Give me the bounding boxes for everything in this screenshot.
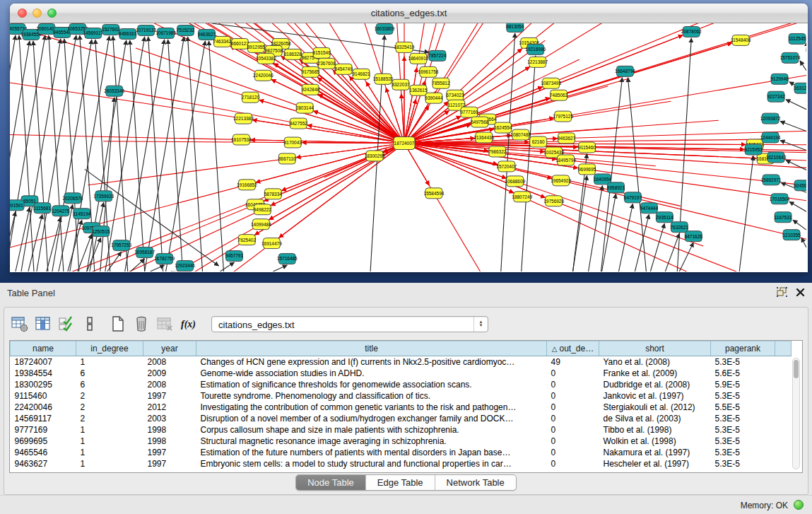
graph-node[interactable]: 16914479: [261, 238, 282, 249]
graph-node[interactable]: 18495794: [555, 155, 576, 165]
table-cell[interactable]: 1: [76, 424, 143, 436]
graph-node[interactable]: 9129946: [770, 74, 789, 84]
column-header-year[interactable]: year: [143, 341, 196, 356]
table-cell[interactable]: Tourette syndrome. Phenomenology and cla…: [196, 390, 547, 402]
table-cell[interactable]: 5.3E-5: [711, 447, 775, 458]
graph-node[interactable]: 19218986: [525, 44, 546, 54]
graph-node[interactable]: 2718120: [242, 92, 260, 103]
graph-node[interactable]: 8427552: [290, 118, 308, 129]
graph-node[interactable]: 8151546: [313, 47, 331, 58]
table-cell[interactable]: 9465546: [11, 447, 76, 458]
hub-graph-node[interactable]: 18724007: [394, 137, 415, 150]
table-cell[interactable]: Corpus callosum shape and size in male p…: [196, 424, 547, 436]
memory-ok-indicator[interactable]: [794, 500, 804, 510]
graph-node[interactable]: 7485063: [550, 90, 568, 100]
table-cell[interactable]: 2: [76, 390, 143, 402]
table-row[interactable]: 1938455462009Genome-wide association stu…: [11, 368, 792, 379]
graph-node[interactable]: 18300295: [365, 151, 385, 161]
graph-node[interactable]: 22420046: [253, 70, 273, 81]
column-header-out_de[interactable]: △out_de…: [547, 341, 599, 356]
graph-node[interactable]: 12444194: [760, 132, 781, 143]
table-row[interactable]: 946362711997Embryonic stem cells: a mode…: [11, 458, 792, 469]
table-cell[interactable]: 19384554: [11, 368, 76, 379]
table-cell[interactable]: 0: [547, 390, 599, 402]
graph-node[interactable]: 9463627: [558, 133, 576, 144]
table-cell[interactable]: 0: [547, 368, 599, 379]
table-cell[interactable]: Tibbo et al. (1998): [599, 424, 711, 436]
table-cell[interactable]: Disruption of a novel member of a sodium…: [196, 413, 547, 424]
graph-node[interactable]: 19654923: [551, 175, 571, 186]
table-cell[interactable]: 0: [547, 379, 599, 390]
table-cell[interactable]: 0: [547, 424, 599, 436]
table-cell[interactable]: 5.3E-5: [711, 424, 775, 436]
graph-node[interactable]: 6497568: [471, 117, 489, 127]
table-cell[interactable]: 5.3E-5: [711, 390, 775, 402]
table-cell[interactable]: Genome-wide association studies in ADHD.: [196, 368, 547, 379]
table-cell[interactable]: 2009: [143, 368, 196, 379]
table-cell[interactable]: 1998: [143, 424, 196, 436]
table-cell[interactable]: 9463627: [11, 458, 76, 469]
graph-node[interactable]: 17359928: [93, 191, 114, 201]
graph-node[interactable]: 10671985: [155, 28, 176, 38]
graph-node[interactable]: 8958921: [607, 182, 625, 193]
graph-node[interactable]: 12923446: [175, 261, 195, 271]
table-cell[interactable]: 2008: [143, 379, 196, 390]
table-cell[interactable]: Stergiakouli et al. (2012): [599, 402, 711, 413]
graph-node[interactable]: 1624554: [494, 122, 512, 133]
graph-node[interactable]: 1115681: [34, 203, 52, 214]
graph-node[interactable]: 9463627: [198, 29, 216, 40]
table-cell[interactable]: 1: [76, 458, 143, 469]
graph-node[interactable]: 14099484: [251, 219, 271, 230]
table-cell[interactable]: 18724007: [11, 356, 76, 368]
graph-node[interactable]: 9498222: [254, 204, 272, 215]
graph-node[interactable]: 16210643: [766, 152, 787, 163]
graph-node[interactable]: 7625402: [238, 235, 257, 245]
graph-node[interactable]: 8170043: [284, 137, 302, 148]
graph-node[interactable]: 17975125: [553, 111, 573, 122]
table-cell[interactable]: Jankovic et al. (1997): [599, 390, 711, 402]
table-row[interactable]: 2242004622012Investigating the contribut…: [11, 402, 792, 413]
table-row[interactable]: 1456911722003Disruption of a novel membe…: [11, 413, 792, 424]
graph-node[interactable]: 16648794: [615, 66, 635, 76]
table-cell[interactable]: 2008: [143, 356, 196, 368]
table-cell[interactable]: de Silva et al. (2003): [599, 413, 711, 424]
table-cell[interactable]: Structural magnetic resonance image aver…: [196, 436, 547, 447]
table-row[interactable]: 946554611997Estimation of the future num…: [11, 447, 792, 458]
graph-node[interactable]: 20878062: [681, 26, 702, 37]
graph-node[interactable]: 9777169: [460, 107, 478, 117]
graph-node[interactable]: 18640910: [408, 53, 429, 64]
graph-node[interactable]: 9390444: [425, 93, 443, 103]
table-cell[interactable]: 1: [76, 436, 143, 447]
graph-node[interactable]: 10719133: [136, 25, 156, 35]
graph-node[interactable]: 9242848: [302, 84, 320, 95]
graph-node[interactable]: 9699695: [578, 164, 596, 175]
graph-node[interactable]: 1167531: [775, 212, 792, 223]
table-cell[interactable]: Wolkin et al. (1998): [599, 436, 711, 447]
table-cell[interactable]: Yano et al. (2008): [599, 356, 711, 368]
graph-node[interactable]: 16033809: [375, 23, 395, 34]
graph-node[interactable]: 15892971: [761, 175, 782, 185]
graph-node[interactable]: 12213887: [527, 57, 548, 67]
graph-node[interactable]: 9175685: [302, 66, 320, 77]
graph-node[interactable]: 16782759: [154, 254, 175, 264]
table-cell[interactable]: 14569117: [11, 413, 76, 424]
table-cell[interactable]: 2: [76, 402, 143, 413]
graph-node[interactable]: 10873493: [541, 78, 561, 88]
table-cell[interactable]: 49: [547, 356, 599, 368]
table-row[interactable]: 1872400712008Changes of HCN gene express…: [11, 356, 792, 368]
graph-node[interactable]: 15751074: [780, 52, 801, 63]
network-canvas-area[interactable]: 1872400718300295746334286601238912955182…: [10, 23, 808, 272]
graph-node[interactable]: 17957253: [111, 240, 131, 251]
table-cell[interactable]: Changes of HCN gene expression and I(f) …: [196, 356, 547, 368]
table-cell[interactable]: 1998: [143, 436, 196, 447]
graph-node[interactable]: 1112545: [789, 33, 806, 44]
table-cell[interactable]: 5.9E-5: [711, 379, 775, 390]
table-cell[interactable]: 5.6E-5: [711, 368, 775, 379]
table-cell[interactable]: 6: [76, 379, 143, 390]
table-row[interactable]: 1830029562008Estimation of significance …: [11, 379, 792, 390]
graph-node[interactable]: 7986322: [488, 146, 507, 157]
tab-network-table[interactable]: Network Table: [435, 475, 516, 490]
table-cell[interactable]: Estimation of significance thresholds fo…: [196, 379, 547, 390]
graph-node[interactable]: 8660123: [231, 38, 249, 49]
graph-node[interactable]: 15188520: [373, 74, 394, 84]
